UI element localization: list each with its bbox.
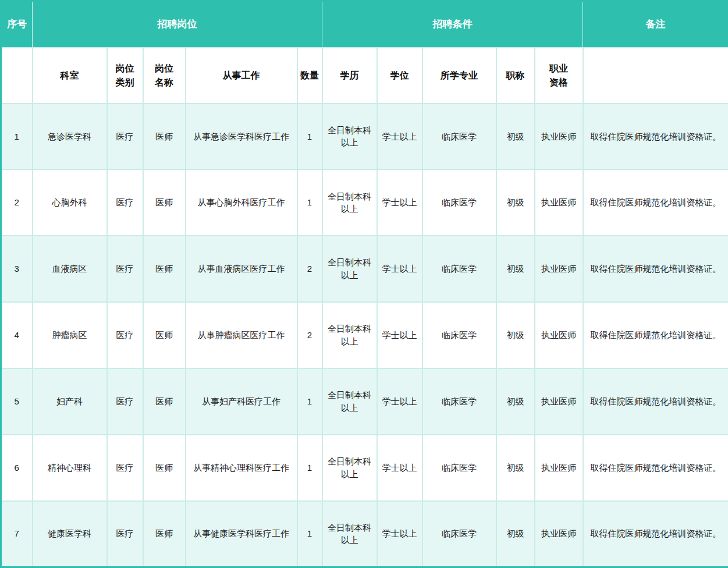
- cell-quantity: 1: [297, 169, 322, 236]
- table-row: 1急诊医学科医疗医师从事急诊医学科医疗工作1全日制本科 以上学士以上临床医学初级…: [1, 104, 728, 170]
- cell-professional-title: 初级: [496, 104, 535, 170]
- cell-education: 全日制本科 以上: [322, 302, 377, 368]
- cell-quantity: 2: [297, 236, 322, 302]
- cell-position-category: 医疗: [107, 236, 143, 302]
- cell-education: 全日制本科 以上: [322, 501, 377, 567]
- cell-department: 妇产科: [33, 368, 107, 435]
- cell-professional-title: 初级: [496, 435, 535, 501]
- cell-major: 临床医学: [422, 435, 496, 501]
- cell-degree: 学士以上: [377, 368, 422, 435]
- cell-job-duty: 从事急诊医学科医疗工作: [186, 104, 297, 170]
- subheader-category: 岗位 类别: [107, 48, 143, 104]
- cell-job-duty: 从事健康医学科医疗工作: [186, 501, 297, 567]
- cell-education: 全日制本科 以上: [322, 236, 377, 302]
- cell-qualification: 执业医师: [535, 501, 583, 567]
- cell-degree: 学士以上: [377, 104, 422, 170]
- subheader-remark-empty: [583, 48, 728, 104]
- cell-position-name: 医师: [143, 368, 186, 435]
- cell-serial: 2: [1, 169, 33, 236]
- cell-education: 全日制本科 以上: [322, 368, 377, 435]
- table-row: 2心胸外科医疗医师从事心胸外科医疗工作1全日制本科 以上学士以上临床医学初级执业…: [1, 169, 728, 236]
- subheader-degree: 学位: [377, 48, 422, 104]
- subheader-quantity: 数量: [297, 48, 322, 104]
- table-row: 7健康医学科医疗医师从事健康医学科医疗工作1全日制本科 以上学士以上临床医学初级…: [1, 501, 728, 567]
- cell-department: 急诊医学科: [33, 104, 107, 170]
- cell-position-category: 医疗: [107, 501, 143, 567]
- cell-serial: 5: [1, 368, 33, 435]
- subheader-major: 所学专业: [422, 48, 496, 104]
- cell-professional-title: 初级: [496, 169, 535, 236]
- table-row: 4肿瘤病区医疗医师从事肿瘤病区医疗工作2全日制本科 以上学士以上临床医学初级执业…: [1, 302, 728, 368]
- cell-major: 临床医学: [422, 501, 496, 567]
- cell-major: 临床医学: [422, 104, 496, 170]
- cell-job-duty: 从事肿瘤病区医疗工作: [186, 302, 297, 368]
- cell-remark: 取得住院医师规范化培训资格证。: [583, 435, 728, 501]
- cell-job-duty: 从事精神心理科医疗工作: [186, 435, 297, 501]
- header-condition-group: 招聘条件: [322, 1, 583, 48]
- cell-major: 临床医学: [422, 368, 496, 435]
- subheader-position: 岗位 名称: [143, 48, 186, 104]
- cell-job-duty: 从事心胸外科医疗工作: [186, 169, 297, 236]
- subheader-department: 科室: [33, 48, 107, 104]
- cell-education: 全日制本科 以上: [322, 435, 377, 501]
- cell-qualification: 执业医师: [535, 169, 583, 236]
- cell-department: 精神心理科: [33, 435, 107, 501]
- cell-job-duty: 从事妇产科医疗工作: [186, 368, 297, 435]
- cell-degree: 学士以上: [377, 236, 422, 302]
- cell-position-name: 医师: [143, 501, 186, 567]
- cell-position-category: 医疗: [107, 435, 143, 501]
- cell-remark: 取得住院医师规范化培训资格证。: [583, 302, 728, 368]
- subheader-title: 职称: [496, 48, 535, 104]
- cell-remark: 取得住院医师规范化培训资格证。: [583, 501, 728, 567]
- cell-remark: 取得住院医师规范化培训资格证。: [583, 169, 728, 236]
- subheader-education: 学历: [322, 48, 377, 104]
- cell-department: 肿瘤病区: [33, 302, 107, 368]
- cell-position-category: 医疗: [107, 169, 143, 236]
- cell-professional-title: 初级: [496, 302, 535, 368]
- cell-major: 临床医学: [422, 236, 496, 302]
- cell-serial: 7: [1, 501, 33, 567]
- cell-professional-title: 初级: [496, 236, 535, 302]
- cell-position-category: 医疗: [107, 368, 143, 435]
- cell-quantity: 1: [297, 368, 322, 435]
- header-serial: 序号: [1, 1, 33, 48]
- subheader-duty: 从事工作: [186, 48, 297, 104]
- cell-degree: 学士以上: [377, 501, 422, 567]
- header-position-group: 招聘岗位: [33, 1, 322, 48]
- subheader-row: 科室 岗位 类别 岗位 名称 从事工作 数量 学历 学位 所学专业 职称 职业 …: [1, 48, 728, 104]
- cell-qualification: 执业医师: [535, 236, 583, 302]
- header-group-row: 序号 招聘岗位 招聘条件 备注: [1, 1, 728, 48]
- table-header: 序号 招聘岗位 招聘条件 备注 科室 岗位 类别 岗位 名称 从事工作 数量 学…: [1, 1, 728, 104]
- header-remark: 备注: [583, 1, 728, 48]
- cell-qualification: 执业医师: [535, 302, 583, 368]
- cell-position-name: 医师: [143, 435, 186, 501]
- cell-education: 全日制本科 以上: [322, 169, 377, 236]
- cell-job-duty: 从事血液病区医疗工作: [186, 236, 297, 302]
- cell-quantity: 1: [297, 435, 322, 501]
- subheader-serial-empty: [1, 48, 33, 104]
- cell-qualification: 执业医师: [535, 368, 583, 435]
- cell-quantity: 1: [297, 501, 322, 567]
- table-row: 6精神心理科医疗医师从事精神心理科医疗工作1全日制本科 以上学士以上临床医学初级…: [1, 435, 728, 501]
- subheader-qualification: 职业 资格: [535, 48, 583, 104]
- cell-serial: 3: [1, 236, 33, 302]
- cell-department: 血液病区: [33, 236, 107, 302]
- recruitment-table: 序号 招聘岗位 招聘条件 备注 科室 岗位 类别 岗位 名称 从事工作 数量 学…: [0, 0, 728, 568]
- table-row: 3血液病区医疗医师从事血液病区医疗工作2全日制本科 以上学士以上临床医学初级执业…: [1, 236, 728, 302]
- cell-serial: 4: [1, 302, 33, 368]
- cell-remark: 取得住院医师规范化培训资格证。: [583, 368, 728, 435]
- cell-department: 健康医学科: [33, 501, 107, 567]
- cell-serial: 1: [1, 104, 33, 170]
- cell-position-category: 医疗: [107, 302, 143, 368]
- cell-degree: 学士以上: [377, 435, 422, 501]
- cell-remark: 取得住院医师规范化培训资格证。: [583, 104, 728, 170]
- cell-position-name: 医师: [143, 302, 186, 368]
- table-body: 1急诊医学科医疗医师从事急诊医学科医疗工作1全日制本科 以上学士以上临床医学初级…: [1, 104, 728, 567]
- cell-remark: 取得住院医师规范化培训资格证。: [583, 236, 728, 302]
- table-row: 5妇产科医疗医师从事妇产科医疗工作1全日制本科 以上学士以上临床医学初级执业医师…: [1, 368, 728, 435]
- cell-major: 临床医学: [422, 302, 496, 368]
- cell-qualification: 执业医师: [535, 104, 583, 170]
- cell-position-name: 医师: [143, 236, 186, 302]
- cell-degree: 学士以上: [377, 169, 422, 236]
- cell-qualification: 执业医师: [535, 435, 583, 501]
